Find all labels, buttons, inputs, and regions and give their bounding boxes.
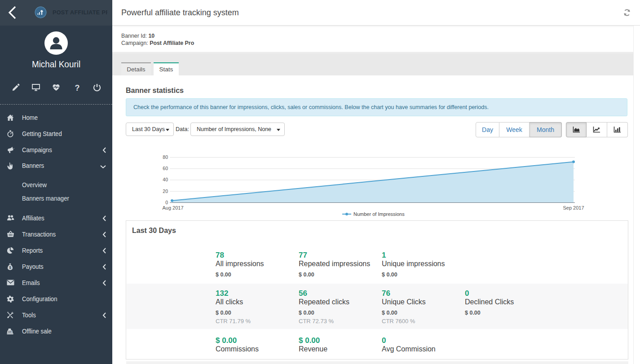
svg-text:Aug 2017: Aug 2017 (162, 205, 183, 211)
svg-text:$: $ (9, 265, 11, 270)
svg-text:Sep 2017: Sep 2017 (563, 205, 584, 211)
svg-text:Number of Impressions: Number of Impressions (353, 211, 405, 217)
svg-text:115: 115 (8, 330, 12, 333)
svg-text:80: 80 (163, 154, 168, 160)
svg-text:0: 0 (165, 200, 168, 205)
svg-text:40: 40 (163, 177, 168, 182)
svg-text:20: 20 (163, 189, 168, 194)
svg-text:?: ? (75, 83, 80, 92)
svg-text:60: 60 (163, 166, 168, 171)
